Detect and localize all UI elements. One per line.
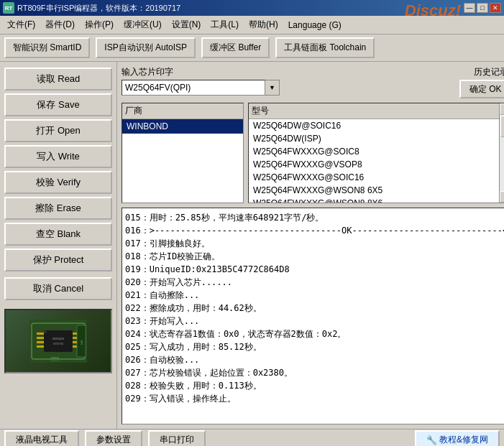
menu-device[interactable]: 器件(D)	[41, 17, 79, 32]
svg-text:WINBOND: WINBOND	[53, 343, 64, 345]
chip-svg: W25Q64 WINBOND SPI 24RF08 GD25Q422	[29, 320, 87, 363]
chip-input-row: 输入芯片印字 ▼ 历史记录 确定 OK	[122, 66, 504, 98]
svg-text:W25Q64: W25Q64	[52, 337, 65, 340]
bottom-toolbar: 液晶电视工具 参数设置 串口打印 🔧 教程&修复网	[0, 429, 504, 446]
svg-rect-1	[44, 330, 73, 352]
log-line: 022：擦除成功，用时：44.62秒。	[125, 302, 504, 315]
svg-text:GD25Q422: GD25Q422	[50, 360, 60, 362]
scrollbar-thumb[interactable]	[500, 116, 504, 137]
close-button[interactable]: ✕	[490, 3, 501, 13]
log-line: 015：用时：25.85秒，平均速率648921字节/秒。	[125, 211, 504, 224]
blank-button[interactable]: 查空 Blank	[4, 223, 112, 246]
main-layout: 读取 Read 保存 Save 打开 Open 写入 Write 校验 Veri…	[0, 62, 504, 429]
right-panel: 输入芯片印字 ▼ 历史记录 确定 OK 厂商 WINBOND	[117, 62, 504, 429]
params-button[interactable]: 参数设置	[85, 430, 142, 446]
log-line: 020：开始写入芯片......	[125, 276, 504, 289]
title-bar: RT RT809F串行ISP编程器，软件版本：20190717 Discuz! …	[0, 0, 504, 16]
repair-icon: 🔧	[426, 435, 437, 445]
manufacturer-header: 厂商	[122, 103, 243, 119]
maximize-button[interactable]: □	[477, 3, 488, 13]
svg-point-10	[44, 330, 47, 333]
write-button[interactable]: 写入 Write	[4, 145, 112, 168]
device-image: W25Q64 WINBOND SPI 24RF08 GD25Q422	[4, 309, 112, 373]
log-line: 021：自动擦除...	[125, 289, 504, 302]
model-header: 型号	[249, 103, 499, 119]
title-text: RT809F串行ISP编程器，软件版本：20190717	[17, 3, 180, 14]
log-line: 029：写入错误，操作终止。	[125, 392, 504, 405]
chip-dropdown-btn[interactable]: ▼	[265, 80, 280, 96]
log-line: 017：引脚接触良好。	[125, 237, 504, 250]
autoISP-button[interactable]: ISP自动识别 AutoISP	[96, 37, 196, 58]
model-item-3[interactable]: W25Q64FWXXXG@VSOP8	[249, 158, 499, 171]
app-icon: RT	[3, 2, 14, 14]
title-bar-left: RT RT809F串行ISP编程器，软件版本：20190717	[3, 2, 180, 14]
svg-rect-4	[37, 341, 44, 343]
svg-rect-2	[37, 333, 44, 335]
log-line: 018：芯片ID校验正确。	[125, 250, 504, 263]
log-line: 028：校验失败，用时：0.113秒。	[125, 379, 504, 392]
svg-rect-3	[37, 337, 44, 339]
save-button[interactable]: 保存 Save	[4, 93, 112, 116]
menu-buffer[interactable]: 缓冲区(U)	[119, 17, 166, 32]
erase-button[interactable]: 擦除 Erase	[4, 197, 112, 220]
log-line: 019：UniqueID:0x213B5C4772C864D8	[125, 263, 504, 276]
cancel-button[interactable]: 取消 Cancel	[4, 277, 112, 300]
chip-text-input[interactable]	[122, 80, 265, 96]
model-item-1[interactable]: W25Q64DW(ISP)	[249, 132, 499, 145]
menu-operation[interactable]: 操作(P)	[81, 17, 118, 32]
log-line: 024：状态寄存器1数值：0x0，状态寄存器2数值：0x2。	[125, 327, 504, 340]
manufacturer-panel: 厂商 WINBOND	[122, 103, 244, 203]
log-line: 025：写入成功，用时：85.12秒。	[125, 340, 504, 353]
left-panel: 读取 Read 保存 Save 打开 Open 写入 Write 校验 Veri…	[0, 62, 117, 429]
model-panel: 型号 W25Q64DW@SOIC16 W25Q64DW(ISP) W25Q64F…	[248, 103, 504, 203]
menu-language[interactable]: Language (G)	[284, 19, 346, 32]
chip-input-label: 输入芯片印字	[122, 66, 454, 78]
log-line: 023：开始写入...	[125, 315, 504, 327]
repair-button[interactable]: 🔧 教程&修复网	[415, 430, 500, 446]
mfr-model-row: 厂商 WINBOND 型号 W25Q64DW@SOIC16 W25Q64DW(I…	[122, 103, 504, 203]
model-item-2[interactable]: W25Q64FWXXXG@SOIC8	[249, 145, 499, 158]
manufacturer-item-winbond[interactable]: WINBOND	[122, 119, 243, 134]
menu-settings[interactable]: 设置(N)	[168, 17, 206, 32]
lcd-button[interactable]: 液晶电视工具	[4, 430, 79, 446]
model-item-6[interactable]: W25Q64FWXXXG@WSON8 8X6	[249, 197, 499, 203]
minimize-button[interactable]: —	[464, 3, 475, 13]
chip-input-field: ▼	[122, 80, 454, 96]
menu-file[interactable]: 文件(F)	[3, 17, 40, 32]
log-area: 015：用时：25.85秒，平均速率648921字节/秒。016：>------…	[122, 208, 504, 424]
repair-label: 教程&修复网	[439, 434, 488, 446]
serial-button[interactable]: 串口打印	[148, 430, 206, 446]
verify-button[interactable]: 校验 Verify	[4, 171, 112, 194]
log-line: 026：自动校验...	[125, 353, 504, 366]
manufacturer-list: WINBOND	[122, 119, 243, 203]
toolchain-button[interactable]: 工具链面板 Toolchain	[275, 37, 375, 58]
history-group: 历史记录 确定 OK	[459, 66, 504, 98]
menu-bar: 文件(F) 器件(D) 操作(P) 缓冲区(U) 设置(N) 工具(L) 帮助(…	[0, 16, 504, 34]
model-item-4[interactable]: W25Q64FWXXXG@SOIC16	[249, 171, 499, 184]
ok-button[interactable]: 确定 OK	[459, 80, 504, 98]
history-label: 历史记录	[474, 66, 504, 78]
log-line: 016：>-----------------------------------…	[125, 224, 504, 237]
scrollbar-up-btn[interactable]: ▲	[500, 103, 504, 115]
buffer-button[interactable]: 缓冲区 Buffer	[201, 37, 270, 58]
protect-button[interactable]: 保护 Protect	[4, 248, 112, 271]
model-item-0[interactable]: W25Q64DW@SOIC16	[249, 119, 499, 132]
smartid-button[interactable]: 智能识别 SmartID	[4, 37, 90, 58]
scrollbar-track	[500, 115, 504, 191]
log-line: 027：芯片校验错误，起始位置：0x2380。	[125, 366, 504, 379]
scrollbar-down-btn[interactable]: ▼	[500, 191, 504, 203]
title-controls[interactable]: — □ ✕	[464, 3, 501, 13]
toolbar-row: 智能识别 SmartID ISP自动识别 AutoISP 缓冲区 Buffer …	[0, 34, 504, 62]
menu-tools[interactable]: 工具(L)	[206, 17, 243, 32]
svg-text:SPI: SPI	[80, 340, 83, 345]
chip-input-group: 输入芯片印字 ▼	[122, 66, 454, 96]
read-button[interactable]: 读取 Read	[4, 68, 112, 90]
svg-rect-5	[37, 345, 44, 348]
model-list: W25Q64DW@SOIC16 W25Q64DW(ISP) W25Q64FWXX…	[249, 119, 499, 203]
menu-help[interactable]: 帮助(H)	[244, 17, 283, 32]
open-button[interactable]: 打开 Open	[4, 119, 112, 142]
model-scrollbar: ▲ ▼	[499, 103, 504, 203]
model-item-5[interactable]: W25Q64FWXXXG@WSON8 6X5	[249, 184, 499, 197]
